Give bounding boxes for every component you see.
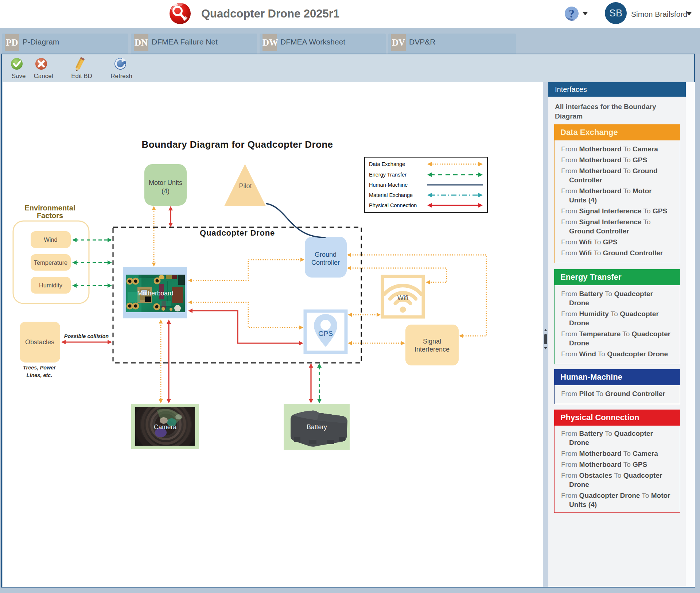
- svg-text:Motor Units: Motor Units: [149, 179, 182, 186]
- svg-text:Temperature: Temperature: [34, 259, 68, 266]
- svg-text:GPS: GPS: [318, 330, 333, 337]
- svg-text:Signal: Signal: [423, 338, 441, 345]
- svg-text:Data Exchange: Data Exchange: [369, 161, 405, 167]
- svg-text:Material Exchange: Material Exchange: [369, 192, 413, 198]
- svg-text:Obstacles: Obstacles: [25, 338, 54, 346]
- svg-text:Factors: Factors: [37, 212, 63, 220]
- svg-text:Quadcopter Drone: Quadcopter Drone: [200, 228, 275, 237]
- svg-text:Motherboard: Motherboard: [137, 290, 173, 297]
- svg-text:Environmental: Environmental: [25, 204, 75, 212]
- svg-text:Pilot: Pilot: [239, 182, 252, 190]
- svg-text:Camera: Camera: [154, 423, 177, 431]
- svg-text:Human-Machine: Human-Machine: [369, 182, 408, 188]
- svg-text:Humidity: Humidity: [39, 282, 63, 288]
- svg-text:Energy Transfer: Energy Transfer: [369, 172, 407, 178]
- svg-text:Wifi: Wifi: [397, 294, 408, 302]
- svg-text:Interference: Interference: [415, 346, 450, 353]
- svg-text:Controller: Controller: [311, 259, 340, 266]
- svg-text:Trees, Power: Trees, Power: [23, 365, 56, 371]
- svg-text:SB: SB: [609, 8, 622, 19]
- svg-text:Battery: Battery: [307, 423, 327, 431]
- svg-text:?: ?: [569, 7, 575, 20]
- svg-text:Possible collision: Possible collision: [64, 333, 109, 339]
- svg-text:Boundary Diagram for Quadcopte: Boundary Diagram for Quadcopter Drone: [142, 139, 333, 150]
- svg-text:(4): (4): [162, 187, 170, 195]
- svg-text:Physical Connection: Physical Connection: [369, 202, 417, 208]
- svg-text:Wind: Wind: [44, 236, 58, 243]
- svg-text:Ground: Ground: [315, 251, 337, 258]
- svg-text:Lines, etc.: Lines, etc.: [27, 372, 52, 378]
